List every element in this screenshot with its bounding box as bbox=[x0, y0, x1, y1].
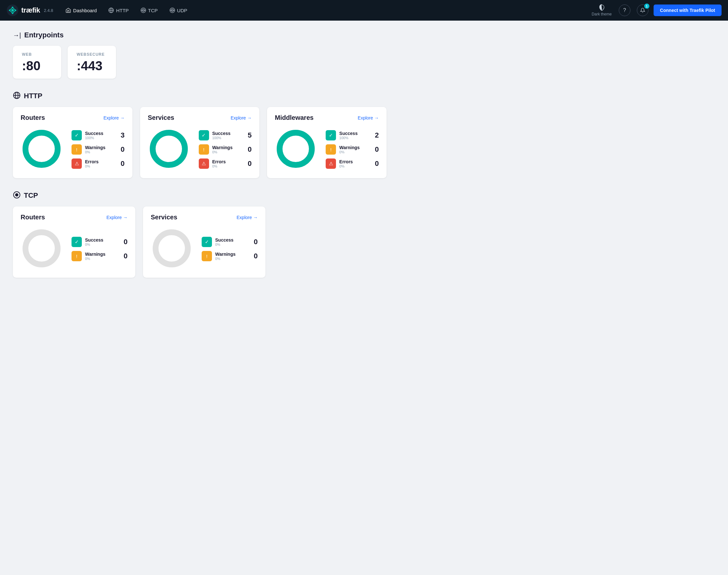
tcp-routers-explore-label: Explore bbox=[107, 215, 122, 220]
help-button[interactable]: ? bbox=[619, 4, 630, 16]
tcp-routers-donut bbox=[21, 228, 63, 271]
http-services-donut bbox=[148, 128, 190, 171]
success-label: Success bbox=[215, 237, 247, 243]
http-routers-title: Routers bbox=[21, 114, 45, 122]
brand-version: 2.4.8 bbox=[44, 8, 53, 13]
http-section: HTTP Routers Explore → bbox=[13, 92, 386, 178]
http-routers-warning-count: 0 bbox=[117, 145, 125, 154]
tcp-title: TCP bbox=[24, 191, 38, 200]
http-services-error-info: Errors 0% bbox=[212, 159, 241, 168]
success-icon: ✓ bbox=[326, 130, 336, 140]
tcp-routers-success-count: 0 bbox=[120, 238, 128, 246]
udp-icon bbox=[169, 7, 175, 13]
tcp-circle-icon bbox=[13, 191, 21, 200]
http-services-warning-row: ! Warnings 0% 0 bbox=[199, 144, 252, 155]
http-middlewares-error-count: 0 bbox=[371, 160, 379, 168]
tcp-routers-explore-arrow: → bbox=[123, 215, 128, 220]
http-middlewares-warning-info: Warnings 0% bbox=[339, 145, 368, 154]
warning-icon: ! bbox=[71, 251, 82, 261]
notifications-button[interactable]: 1 bbox=[637, 4, 649, 16]
success-pct: 100% bbox=[339, 136, 368, 140]
http-routers-warning-row: ! Warnings 0% 0 bbox=[71, 144, 125, 155]
tcp-services-warning-info: Warnings 0% bbox=[215, 251, 247, 261]
http-services-explore[interactable]: Explore → bbox=[231, 115, 251, 121]
http-middlewares-error-row: ⚠ Errors 0% 0 bbox=[326, 159, 379, 169]
traefik-logo-icon bbox=[6, 4, 19, 16]
http-middlewares-explore-label: Explore bbox=[358, 115, 373, 121]
tcp-routers-warning-row: ! Warnings 0% 0 bbox=[71, 251, 128, 261]
error-pct: 0% bbox=[85, 164, 114, 168]
http-middlewares-donut bbox=[275, 128, 317, 171]
tcp-services-warning-count: 0 bbox=[250, 252, 258, 260]
tcp-services-stats: ✓ Success 0% 0 ! Warnings 0% bbox=[202, 237, 258, 261]
http-routers-header: Routers Explore → bbox=[21, 114, 125, 122]
tcp-routers-warning-count: 0 bbox=[120, 252, 128, 260]
svg-point-32 bbox=[161, 238, 182, 259]
tcp-services-success-info: Success 0% bbox=[215, 237, 247, 247]
svg-point-5 bbox=[12, 12, 13, 14]
http-cards-row: Routers Explore → bbox=[13, 107, 386, 178]
http-routers-error-row: ⚠ Errors 0% 0 bbox=[71, 159, 125, 169]
http-middlewares-warning-row: ! Warnings 0% 0 bbox=[326, 144, 379, 155]
tcp-services-warning-row: ! Warnings 0% 0 bbox=[202, 251, 258, 261]
http-services-stats: ✓ Success 100% 5 ! Warnings 0% bbox=[199, 130, 252, 169]
tcp-services-explore[interactable]: Explore → bbox=[237, 215, 258, 220]
http-services-header: Services Explore → bbox=[148, 114, 252, 122]
http-routers-stats: ✓ Success 100% 3 ! Warnings 0% bbox=[71, 130, 125, 169]
brand: træfik 2.4.8 bbox=[6, 4, 53, 16]
error-icon: ⚠ bbox=[199, 159, 209, 169]
theme-drop-icon bbox=[598, 4, 605, 11]
warning-pct: 0% bbox=[339, 150, 368, 154]
nav-udp[interactable]: UDP bbox=[165, 5, 192, 16]
tcp-services-success-count: 0 bbox=[250, 238, 258, 246]
http-routers-success-row: ✓ Success 100% 3 bbox=[71, 130, 125, 140]
tcp-section-header: TCP bbox=[13, 191, 386, 200]
nav-dashboard[interactable]: Dashboard bbox=[61, 5, 101, 16]
svg-point-4 bbox=[12, 7, 13, 8]
http-middlewares-error-info: Errors 0% bbox=[339, 159, 368, 168]
success-pct: 100% bbox=[212, 136, 241, 140]
error-icon: ⚠ bbox=[326, 159, 336, 169]
tcp-routers-body: ✓ Success 0% 0 ! Warnings 0% bbox=[21, 228, 128, 271]
error-pct: 0% bbox=[339, 164, 368, 168]
http-routers-donut bbox=[21, 128, 63, 171]
success-label: Success bbox=[85, 131, 114, 136]
tcp-services-donut bbox=[151, 228, 193, 271]
entrypoints-title: Entrypoints bbox=[24, 31, 64, 39]
tcp-routers-explore[interactable]: Explore → bbox=[107, 215, 128, 220]
warning-pct: 0% bbox=[212, 150, 241, 154]
nav-http[interactable]: HTTP bbox=[104, 5, 133, 16]
entrypoint-websecure[interactable]: WEBSECURE :443 bbox=[68, 46, 116, 78]
error-label: Errors bbox=[85, 159, 114, 165]
connect-pilot-button[interactable]: Connect with Traefik Pilot bbox=[654, 4, 722, 16]
brand-name: træfik bbox=[21, 6, 40, 14]
http-services-warning-info: Warnings 0% bbox=[212, 145, 241, 154]
http-section-header: HTTP bbox=[13, 92, 386, 101]
http-services-warning-count: 0 bbox=[244, 145, 251, 154]
nav-tcp[interactable]: TCP bbox=[136, 5, 162, 16]
http-middlewares-explore[interactable]: Explore → bbox=[358, 115, 379, 121]
http-services-explore-arrow: → bbox=[247, 115, 251, 121]
entrypoint-web[interactable]: WEB :80 bbox=[13, 46, 61, 78]
warning-label: Warnings bbox=[85, 145, 114, 150]
error-label: Errors bbox=[212, 159, 241, 165]
tcp-routers-stats: ✓ Success 0% 0 ! Warnings 0% bbox=[71, 237, 128, 261]
http-middlewares-card: Middlewares Explore → bbox=[267, 107, 386, 178]
notification-badge: 1 bbox=[644, 4, 649, 9]
http-services-success-count: 5 bbox=[244, 131, 251, 139]
tcp-routers-success-info: Success 0% bbox=[85, 237, 116, 247]
warning-pct: 0% bbox=[85, 150, 114, 154]
tcp-services-success-row: ✓ Success 0% 0 bbox=[202, 237, 258, 247]
http-routers-explore[interactable]: Explore → bbox=[103, 115, 124, 121]
nav-tcp-label: TCP bbox=[148, 8, 158, 13]
warning-label: Warnings bbox=[339, 145, 368, 150]
http-services-error-count: 0 bbox=[244, 160, 251, 168]
entrypoints-row: WEB :80 WEBSECURE :443 bbox=[13, 46, 386, 78]
entrypoints-section-header: →| Entrypoints bbox=[13, 31, 386, 39]
tcp-services-header: Services Explore → bbox=[151, 213, 258, 221]
http-routers-body: ✓ Success 100% 3 ! Warnings 0% bbox=[21, 128, 125, 171]
dark-theme-toggle[interactable]: Dark theme bbox=[589, 2, 615, 19]
http-routers-success-count: 3 bbox=[117, 131, 125, 139]
error-pct: 0% bbox=[212, 164, 241, 168]
home-icon bbox=[65, 7, 71, 13]
